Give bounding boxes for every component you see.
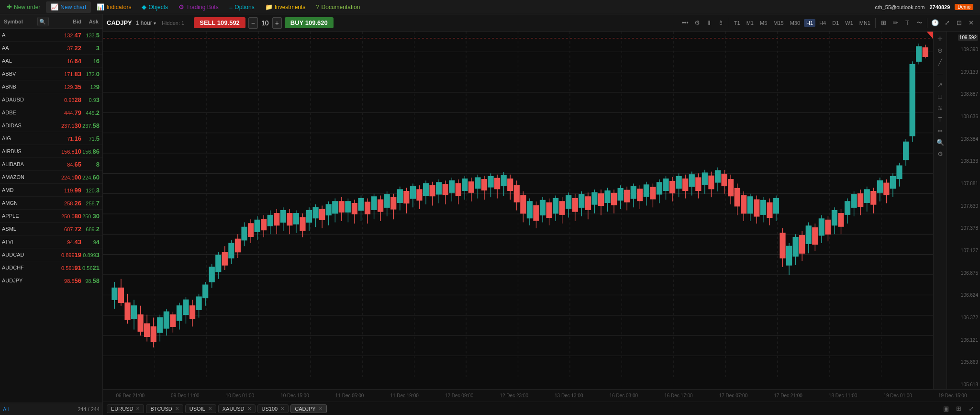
tab-cadjpy[interactable]: CADJPY ✕: [290, 404, 326, 413]
documentation-button[interactable]: ? Documentation: [311, 1, 365, 13]
symbol-row-airbus[interactable]: AIRBUS 156.810 156.86: [0, 145, 102, 158]
sell-button[interactable]: SELL 109.592: [194, 17, 245, 28]
grid-double-btn[interactable]: ⊞: [953, 404, 964, 414]
price-label-12: 106.624: [949, 292, 978, 298]
symbol-row-audcad[interactable]: AUDCAD 0.89919 0.8993: [0, 248, 102, 261]
toolbar-expand-icon[interactable]: ⤢: [942, 18, 952, 28]
side-zoom-btn[interactable]: 🔍: [935, 137, 946, 147]
toolbar-clock-icon[interactable]: 🕐: [930, 18, 940, 28]
new-chart-button[interactable]: 📈 New chart: [46, 1, 91, 13]
tab-xauusd-close[interactable]: ✕: [247, 406, 251, 411]
symbol-row-aa[interactable]: AA 37.22 3: [0, 42, 102, 55]
svg-rect-176: [572, 199, 578, 212]
investments-button[interactable]: 📁 Investments: [260, 1, 311, 13]
tf-m15[interactable]: M15: [771, 19, 786, 27]
tab-eurusd[interactable]: EURUSD ✕: [107, 404, 144, 413]
tf-d1[interactable]: D1: [830, 19, 841, 27]
buy-button[interactable]: BUY 109.620: [285, 17, 334, 28]
symbol-row-a[interactable]: A 132.47 133.5: [0, 29, 102, 42]
symbol-row-abbv[interactable]: ABBV 171.83 172.0: [0, 67, 102, 80]
toolbar-pause-icon[interactable]: ⏸: [704, 18, 714, 28]
symbol-row-amd[interactable]: AMD 119.99 120.3: [0, 184, 102, 197]
new-chart-icon: 📈: [51, 3, 58, 11]
symbol-row-aal[interactable]: AAL 16.64 16: [0, 55, 102, 67]
tf-t1[interactable]: T1: [732, 19, 743, 27]
side-settings-btn[interactable]: ⚙: [935, 148, 946, 159]
symbol-row-audchf[interactable]: AUDCHF 0.56191 0.5621: [0, 261, 102, 274]
side-rect-btn[interactable]: □: [935, 91, 946, 101]
tab-eurusd-close[interactable]: ✕: [136, 406, 140, 411]
svg-rect-182: [592, 192, 597, 204]
symbol-search-input[interactable]: [37, 17, 49, 26]
tf-h1[interactable]: H1: [804, 19, 815, 27]
symbol-filter-all[interactable]: All: [3, 406, 9, 412]
side-measure-btn[interactable]: ⇔: [935, 125, 946, 136]
toolbar-fib-icon[interactable]: 〜: [914, 18, 924, 28]
trading-bots-button[interactable]: ⚙ Trading Bots: [174, 1, 223, 13]
side-arrow-btn[interactable]: ↗: [935, 79, 946, 90]
tab-usoil[interactable]: USOIL ✕: [185, 404, 216, 413]
symbol-row-apple[interactable]: APPLE 250.080 250.30: [0, 210, 102, 223]
symbol-ask: 445.2: [81, 109, 100, 116]
qty-increase-button[interactable]: +: [272, 17, 282, 29]
symbol-row-atvi[interactable]: ATVI 94.43 94: [0, 236, 102, 248]
symbol-name: ALIBABA: [2, 161, 49, 167]
svg-rect-124: [404, 191, 409, 203]
chart-timeframe-label[interactable]: 1 hour ▾: [136, 20, 156, 26]
price-label-3: 108.887: [949, 91, 978, 97]
symbol-row-amazon[interactable]: AMAZON 224.100 224.60: [0, 171, 102, 184]
side-fib-btn[interactable]: ≋: [935, 102, 946, 113]
tf-w1[interactable]: W1: [843, 19, 856, 27]
symbol-row-adausd[interactable]: ADAUSD 0.9328 0.93: [0, 93, 102, 106]
symbol-row-asml[interactable]: ASML 687.72 689.2: [0, 223, 102, 236]
objects-button[interactable]: ◆ Objects: [137, 1, 173, 13]
chart-hidden-label[interactable]: Hidden: 1: [162, 20, 184, 26]
toolbar-draw-icon[interactable]: ✏: [890, 18, 901, 28]
toolbar-text-icon[interactable]: T: [902, 18, 913, 28]
toolbar-candle-icon[interactable]: 🕯: [716, 18, 726, 28]
tab-btcusd-close[interactable]: ✕: [175, 406, 179, 411]
tab-cadjpy-close[interactable]: ✕: [319, 406, 323, 411]
symbol-row-audjpy[interactable]: AUDJPY 98.556 98.58: [0, 274, 102, 287]
toolbar-more-icon[interactable]: •••: [680, 18, 690, 28]
tab-usoil-close[interactable]: ✕: [208, 406, 212, 411]
tab-xauusd[interactable]: XAUUSD ✕: [218, 404, 256, 413]
toolbar-settings-icon[interactable]: ⚙: [692, 18, 702, 28]
svg-rect-162: [527, 202, 532, 218]
new-order-button[interactable]: ✚ New order: [2, 1, 45, 13]
options-button[interactable]: ≡ Options: [224, 1, 259, 13]
side-line-btn[interactable]: ╱: [935, 56, 946, 67]
symbol-row-adidas[interactable]: ADIDAS 237.130 237.58: [0, 119, 102, 132]
svg-rect-64: [209, 267, 214, 282]
tab-us100[interactable]: US100 ✕: [257, 404, 289, 413]
tf-m1[interactable]: M1: [744, 19, 756, 27]
side-hline-btn[interactable]: —: [935, 68, 946, 79]
indicators-button[interactable]: 📊 Indicators: [92, 1, 136, 13]
toolbar-split-icon[interactable]: ⊡: [954, 18, 964, 28]
tf-h4[interactable]: H4: [817, 19, 828, 27]
tab-btcusd[interactable]: BTCUSD ✕: [146, 404, 183, 413]
symbol-row-abnb[interactable]: ABNB 129.35 129: [0, 80, 102, 93]
svg-rect-58: [190, 306, 195, 319]
symbol-name: ABBV: [2, 71, 49, 77]
symbol-row-adbe[interactable]: ADBE 444.79 445.2: [0, 106, 102, 119]
tf-m30[interactable]: M30: [788, 19, 802, 27]
side-crosshair-btn[interactable]: ✛: [935, 34, 946, 44]
svg-rect-184: [599, 194, 604, 206]
tab-us100-close[interactable]: ✕: [280, 406, 284, 411]
side-magnet-btn[interactable]: ⊕: [935, 45, 946, 56]
tf-m5[interactable]: M5: [757, 19, 769, 27]
symbol-row-amgn[interactable]: AMGN 258.26 258.7: [0, 197, 102, 210]
toolbar-close-icon[interactable]: ✕: [966, 18, 976, 28]
grid-single-btn[interactable]: ▣: [941, 404, 951, 414]
symbol-row-alibaba[interactable]: ALIBABA 84.65 8: [0, 158, 102, 171]
qty-decrease-button[interactable]: −: [248, 17, 258, 29]
fullscreen-btn[interactable]: ⤢: [966, 404, 976, 414]
symbol-row-aig[interactable]: AIG 71.16 71.5: [0, 132, 102, 145]
toolbar-filter-icon[interactable]: ⊞: [878, 18, 889, 28]
symbol-ask: 8: [81, 161, 100, 168]
svg-rect-146: [475, 178, 480, 188]
side-text-btn[interactable]: T: [935, 114, 946, 124]
chart-canvas[interactable]: [103, 32, 933, 389]
tf-mn1[interactable]: MN1: [857, 19, 873, 27]
